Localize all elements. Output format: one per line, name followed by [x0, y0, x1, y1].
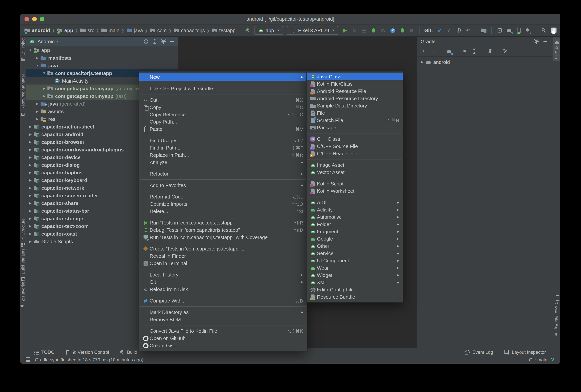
menu-item-local-history[interactable]: Local History▶: [139, 271, 306, 278]
sdk-manager-button[interactable]: [525, 27, 531, 33]
new-menu-item-image-asset[interactable]: Image Asset: [306, 161, 403, 169]
gradle-tree-row-android[interactable]: ▶android: [417, 58, 552, 66]
new-menu-item-wear[interactable]: Wear▶: [306, 264, 403, 272]
gear-button[interactable]: [533, 38, 539, 44]
tree-chevron-right-icon[interactable]: ▶: [28, 201, 33, 205]
new-menu-item-c-c-header-file[interactable]: C/C++ Header File: [306, 150, 403, 157]
gradle-sync-button[interactable]: ↻: [506, 27, 512, 33]
menu-item-convert-java-file-to-kotlin-file[interactable]: Convert Java File to Kotlin File⌥⇧⌘K: [139, 327, 306, 335]
collapse-all-button[interactable]: [471, 48, 477, 54]
apply-code-changes-button[interactable]: [361, 27, 367, 33]
menu-item-create-gist[interactable]: Create Gist...: [139, 342, 306, 349]
device-manager-button[interactable]: [516, 27, 522, 33]
menu-item-run-tests-in-com-capacitorjs-testapp[interactable]: Run 'Tests in 'com.capacitorjs.testapp''…: [139, 219, 306, 226]
breadcrumb-java[interactable]: java: [126, 27, 143, 33]
new-menu-item-resource-bundle[interactable]: Resource Bundle: [306, 293, 403, 301]
device-select[interactable]: Pixel 3 API 29▼: [286, 26, 338, 35]
tree-chevron-right-icon[interactable]: ▶: [28, 132, 33, 136]
new-menu-item-kotlin-script[interactable]: Kotlin Script: [306, 180, 403, 187]
tree-chevron-right-icon[interactable]: ▶: [41, 94, 47, 98]
tree-chevron-right-icon[interactable]: ▶: [28, 186, 33, 189]
history-button[interactable]: [456, 27, 462, 33]
menu-item-mark-directory-as[interactable]: Mark Directory as▶: [139, 309, 306, 316]
rollback-button[interactable]: [465, 27, 471, 33]
new-menu-item-java-class[interactable]: Java Class: [306, 73, 403, 80]
profile-avatar[interactable]: [550, 27, 556, 33]
menu-item-open-in-terminal[interactable]: Open in Terminal: [139, 260, 306, 267]
new-menu-item-file[interactable]: File: [306, 109, 403, 117]
menu-item-reveal-in-finder[interactable]: Reveal in Finder: [139, 252, 306, 260]
menu-item-delete[interactable]: Delete...⌫: [139, 208, 306, 215]
close-window-button[interactable]: [24, 17, 29, 21]
new-menu-item-scratch-file[interactable]: Scratch File⇧⌘N: [306, 117, 403, 124]
tree-chevron-right-icon[interactable]: ▶: [28, 155, 33, 159]
project-structure-button[interactable]: [481, 27, 487, 33]
tree-chevron-right-icon[interactable]: ▶: [28, 163, 33, 167]
minimize-button[interactable]: [169, 38, 175, 44]
new-menu-item-service[interactable]: Service▶: [306, 250, 403, 257]
remove-button[interactable]: [430, 48, 436, 54]
tree-chevron-right-icon[interactable]: ▶: [28, 209, 33, 212]
menu-item-reformat-code[interactable]: Reformat Code⌥⌘L: [139, 193, 306, 200]
tree-row-manifests[interactable]: ▶manifests: [26, 54, 178, 61]
breadcrumb-android[interactable]: android: [24, 27, 50, 33]
breadcrumb-com[interactable]: com: [150, 27, 167, 33]
new-menu-item-automotive[interactable]: Automotive▶: [306, 213, 403, 221]
run-button[interactable]: [342, 27, 348, 33]
tree-chevron-right-icon[interactable]: ▶: [28, 171, 33, 174]
attach-profiler-button[interactable]: [399, 27, 405, 33]
tree-chevron-down-icon[interactable]: ▼: [41, 71, 47, 75]
new-menu-item-aidl[interactable]: AIDL▶: [306, 199, 403, 206]
profiler-button[interactable]: [390, 27, 396, 33]
menu-item-link-c-project-with-gradle[interactable]: Link C++ Project with Gradle: [139, 85, 306, 92]
tree-chevron-right-icon[interactable]: ▶: [34, 102, 40, 105]
project-view-selector[interactable]: Android: [38, 38, 55, 44]
tool-window-button-build-variants[interactable]: Build Variants: [20, 249, 26, 281]
new-menu-item-package[interactable]: Package: [306, 124, 403, 131]
zoom-window-button[interactable]: [40, 17, 44, 21]
tree-chevron-right-icon[interactable]: ▶: [28, 232, 33, 235]
new-menu-item-other[interactable]: Other▶: [306, 242, 403, 250]
tree-row-java[interactable]: ▼java: [26, 61, 178, 69]
locate-button[interactable]: [143, 38, 149, 44]
menu-item-git[interactable]: Git▶: [139, 278, 306, 286]
tree-chevron-right-icon[interactable]: ▶: [34, 56, 40, 59]
menu-item-analyze[interactable]: Analyze▶: [139, 159, 306, 166]
new-menu-item-widget[interactable]: Widget▶: [306, 272, 403, 279]
tree-row-app[interactable]: ▼app: [26, 46, 178, 54]
breadcrumb-src[interactable]: src: [80, 27, 94, 33]
new-menu-item-vector-asset[interactable]: Vector Asset: [306, 169, 403, 176]
menu-item-copy-path[interactable]: Copy Path...: [139, 118, 306, 125]
window-layout-icon[interactable]: [25, 356, 31, 362]
tool-window-button-1-project[interactable]: 1: Project: [20, 37, 26, 62]
tool-window-button-9-version-control[interactable]: 9: Version Control: [64, 349, 109, 355]
menu-item-refactor[interactable]: Refactor▶: [139, 170, 306, 177]
debug-button[interactable]: [370, 27, 376, 33]
new-menu-item-fragment[interactable]: Fragment▶: [306, 228, 403, 235]
menu-item-new[interactable]: New▶: [139, 73, 306, 81]
git-update-button[interactable]: [436, 27, 442, 33]
chevron-down-icon[interactable]: ▾: [57, 39, 58, 43]
tree-chevron-right-icon[interactable]: ▶: [28, 240, 33, 243]
tool-window-button-resource-manager[interactable]: Resource Manager: [20, 74, 26, 116]
menu-item-paste[interactable]: Paste⌘V: [139, 125, 306, 133]
new-menu-item-activity[interactable]: Activity▶: [306, 206, 403, 213]
minimize-button[interactable]: [542, 38, 548, 44]
tree-chevron-right-icon[interactable]: ▶: [34, 110, 40, 113]
new-menu-item-kotlin-file-class[interactable]: Kotlin File/Class: [306, 80, 403, 88]
tool-window-button-2-favorites[interactable]: 2: Favorites: [20, 280, 26, 309]
build-project-button[interactable]: [244, 27, 251, 33]
tool-window-button-7-structure[interactable]: 7: Structure: [20, 218, 26, 247]
tree-chevron-right-icon[interactable]: ▶: [28, 224, 33, 228]
tree-chevron-right-icon[interactable]: ▶: [420, 60, 425, 64]
expand-all-button[interactable]: [462, 48, 468, 54]
tool-window-button-build[interactable]: Build: [119, 349, 137, 355]
tree-chevron-right-icon[interactable]: ▶: [28, 140, 33, 144]
menu-item-debug-tests-in-com-capacitorjs-testapp[interactable]: Debug 'Tests in 'com.capacitorjs.testapp…: [139, 226, 306, 234]
tree-chevron-right-icon[interactable]: ▶: [41, 87, 47, 90]
new-menu-item-google[interactable]: Google▶: [306, 235, 403, 242]
tree-chevron-right-icon[interactable]: ▶: [28, 178, 33, 182]
new-menu-item-editorconfig-file[interactable]: EditorConfig File: [306, 286, 403, 293]
stop-button[interactable]: [408, 27, 415, 33]
menu-item-optimize-imports[interactable]: Optimize Imports^⌥O: [139, 200, 306, 208]
